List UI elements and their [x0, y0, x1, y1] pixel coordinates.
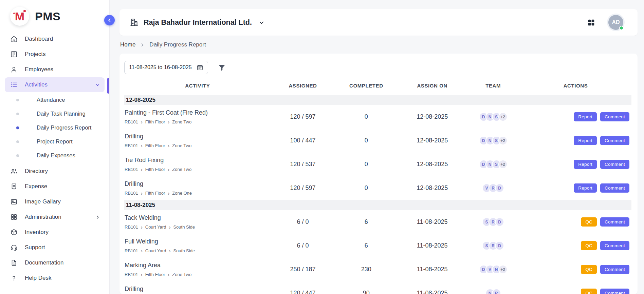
team-more-badge[interactable]: +2	[498, 265, 508, 274]
sidebar-subitem-attendance[interactable]: Attendance	[5, 93, 105, 107]
topbar: Raja Bahadur International Ltd. AD	[119, 9, 638, 36]
actions-cell: ReportComment	[520, 176, 631, 200]
report-button[interactable]: Report	[574, 183, 597, 193]
progress-report-table: ACTIVITYASSIGNEDCOMPLETEDASSIGN ONTEAMAC…	[124, 78, 631, 294]
path-chevron-icon: ›	[168, 167, 169, 172]
sidebar-subitem-label: Daily Task Planning	[37, 111, 86, 117]
qc-button[interactable]: QC	[581, 289, 597, 294]
actions-cell: QCComment	[520, 210, 631, 234]
activity-title: Drilling	[125, 180, 269, 188]
sidebar-subitem-daily-task-planning[interactable]: Daily Task Planning	[5, 107, 105, 121]
sidebar-item-expense[interactable]: Expense	[5, 179, 105, 194]
comment-button[interactable]: Comment	[600, 112, 629, 121]
path-chevron-icon: ›	[169, 224, 170, 230]
team-avatar[interactable]: D	[495, 217, 504, 227]
qc-button[interactable]: QC	[581, 241, 597, 250]
comment-button[interactable]: Comment	[600, 217, 629, 227]
assigned-value: 120 / 597	[271, 105, 335, 129]
comment-button[interactable]: Comment	[600, 183, 629, 193]
team-avatars: SRD	[468, 217, 518, 227]
team-avatars: SRD	[468, 241, 518, 250]
sidebar-item-support[interactable]: Support	[5, 240, 105, 255]
team-more-badge[interactable]: +2	[498, 136, 508, 145]
comment-button[interactable]: Comment	[600, 136, 629, 145]
sidebar-item-projects[interactable]: Projects	[5, 47, 105, 62]
path-segment: RB101	[125, 248, 138, 253]
activities-icon	[10, 81, 18, 89]
column-header-team: TEAM	[466, 78, 520, 95]
group-date: 11-08-2025	[126, 202, 155, 208]
sidebar-item-employees[interactable]: Employees	[5, 62, 105, 77]
company-building-icon	[130, 18, 139, 27]
filter-row: 11-08-2025 to 16-08-2025	[124, 61, 631, 74]
user-avatar[interactable]: AD	[608, 15, 623, 30]
sidebar-item-help-desk[interactable]: Help Desk	[5, 271, 105, 286]
expense-icon	[10, 183, 18, 190]
filter-funnel-icon[interactable]	[218, 63, 226, 72]
comment-button[interactable]: Comment	[600, 265, 629, 274]
path-segment: Fifth Floor	[145, 119, 165, 124]
team-avatar[interactable]: R	[492, 289, 501, 294]
sidebar-subitem-label: Attendance	[37, 97, 65, 103]
completed-value: 6	[334, 210, 398, 234]
breadcrumb-home[interactable]: Home	[120, 41, 135, 48]
report-button[interactable]: Report	[574, 136, 597, 145]
team-more-badge[interactable]: +2	[498, 160, 508, 169]
activity-title: Drilling	[125, 286, 269, 293]
calendar-icon	[197, 64, 203, 71]
activity-row: Tie Rod FixingRB101›Fifth Floor›Zone Two…	[124, 153, 631, 176]
sidebar-item-inventory[interactable]: Inventory	[5, 225, 105, 240]
path-chevron-icon: ›	[168, 119, 169, 124]
comment-button[interactable]: Comment	[600, 160, 629, 169]
path-chevron-icon: ›	[141, 272, 143, 277]
comment-button[interactable]: Comment	[600, 289, 629, 294]
path-chevron-icon: ›	[141, 248, 143, 253]
sidebar-item-image-gallary[interactable]: Image Gallary	[5, 194, 105, 209]
comment-button[interactable]: Comment	[600, 241, 629, 250]
sidebar-subitem-daily-expenses[interactable]: Daily Expenses	[5, 149, 105, 162]
sidebar-item-directory[interactable]: Directory	[5, 164, 105, 179]
app-logo-icon: M	[10, 7, 29, 26]
team-avatar[interactable]: D	[495, 241, 504, 250]
date-range-input[interactable]: 11-08-2025 to 16-08-2025	[124, 61, 208, 74]
chevron-down-icon	[95, 82, 100, 88]
chevron-right-icon	[140, 42, 145, 47]
activity-path: RB101›Court Yard›South Side	[125, 248, 269, 253]
bullet-dot-icon	[16, 140, 19, 143]
path-chevron-icon: ›	[168, 272, 169, 277]
activity-path: RB101›Fifth Floor›Zone Two	[125, 143, 269, 148]
activity-title: Drilling	[125, 133, 269, 140]
activity-path: RB101›Fifth Floor›Zone Two	[125, 119, 269, 124]
sidebar-subitem-daily-progress-report[interactable]: Daily Progress Report	[5, 121, 105, 135]
team-avatar[interactable]: D	[495, 183, 504, 193]
sidebar-submenu: AttendanceDaily Task PlanningDaily Progr…	[5, 93, 105, 163]
sidebar-item-activities[interactable]: Activities	[5, 77, 105, 92]
bullet-dot-icon	[16, 154, 19, 157]
assign-on-value: 11-08-2025	[398, 210, 466, 234]
completed-value: 6	[334, 234, 398, 258]
activity-row: DrillingRB101›Fifth Floor›Zone Two120 / …	[124, 281, 631, 294]
team-more-badge[interactable]: +2	[498, 112, 508, 121]
sidebar-item-label: Image Gallary	[25, 198, 61, 205]
company-selector[interactable]: Raja Bahadur International Ltd.	[130, 18, 265, 27]
report-button[interactable]: Report	[574, 112, 597, 121]
sidebar-subitem-project-report[interactable]: Project Report	[5, 135, 105, 149]
team-avatars: VRD	[468, 183, 518, 193]
sidebar-item-label: Expense	[25, 183, 47, 190]
team-avatars: DVN+2	[468, 265, 518, 274]
employees-icon	[10, 66, 18, 73]
apps-grid-icon[interactable]	[587, 18, 595, 27]
qc-button[interactable]: QC	[581, 265, 597, 274]
sidebar-item-dashboard[interactable]: Dashboard	[5, 32, 105, 46]
qc-button[interactable]: QC	[581, 217, 597, 227]
report-button[interactable]: Report	[574, 160, 597, 169]
sidebar-collapse-button[interactable]	[104, 15, 115, 25]
activity-path: RB101›Court Yard›South Side	[125, 224, 269, 230]
logo-row: M PMS	[0, 0, 109, 31]
sidebar-item-documentation[interactable]: Documentation	[5, 255, 105, 270]
path-chevron-icon: ›	[141, 224, 143, 230]
actions-cell: ReportComment	[520, 153, 631, 176]
sidebar-item-administration[interactable]: Administration	[5, 210, 105, 224]
assign-on-value: 11-08-2025	[398, 258, 466, 281]
app-root: M PMS DashboardProjectsEmployeesActiviti…	[0, 0, 644, 294]
